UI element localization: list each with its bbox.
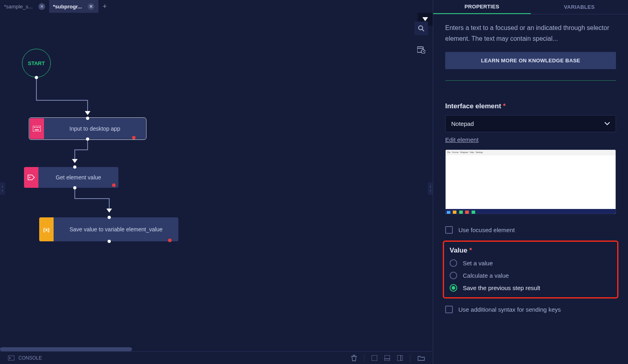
node-save-variable[interactable]: (x) Save value to variable element_value: [39, 217, 178, 241]
edge: [74, 149, 88, 150]
interface-element-select[interactable]: Notepad: [445, 115, 616, 132]
node-label: Input to desktop app: [44, 118, 146, 139]
add-tab-button[interactable]: +: [98, 0, 111, 13]
radio-save-previous[interactable]: Save the previous step result: [450, 284, 612, 292]
port-out[interactable]: [108, 240, 111, 243]
svg-rect-7: [33, 126, 41, 131]
tab-properties[interactable]: PROPERTIES: [433, 0, 531, 14]
canvas-area: ‹› ‹› START Input to desktop app: [0, 13, 433, 364]
node-label: Get element value: [38, 167, 118, 188]
select-value: Notepad: [451, 120, 474, 127]
properties-panel: PROPERTIES VARIABLES Enters a text to a …: [433, 0, 628, 364]
port-out[interactable]: [35, 76, 38, 79]
horizontal-scrollbar[interactable]: [0, 347, 132, 351]
close-icon[interactable]: ✕: [88, 3, 94, 10]
edge: [87, 100, 88, 112]
close-icon[interactable]: ✕: [38, 3, 45, 10]
preview-taskbar: [446, 209, 616, 214]
edge: [36, 100, 88, 101]
edge: [74, 198, 110, 199]
workflow-canvas[interactable]: START Input to desktop app Get element: [0, 13, 433, 364]
start-node[interactable]: START: [22, 49, 51, 78]
node-label: Save value to variable element_value: [54, 217, 178, 241]
svg-rect-10: [37, 127, 38, 128]
tab-subprogram[interactable]: *subprogr... ✕: [49, 0, 98, 13]
svg-rect-8: [34, 127, 35, 128]
trash-icon[interactable]: [351, 355, 357, 361]
layout-3-icon[interactable]: [397, 355, 403, 361]
tab-label: *subprogr...: [53, 4, 82, 10]
radio-icon: [450, 284, 457, 292]
start-label: START: [28, 60, 45, 66]
use-syntax-checkbox[interactable]: Use additional syntax for sending keys: [445, 306, 616, 313]
chevron-down-icon: [604, 122, 610, 125]
port-in[interactable]: [73, 165, 76, 169]
radio-icon: [450, 272, 457, 279]
divider: [445, 80, 616, 81]
console-toggle[interactable]: CONSOLE: [8, 355, 42, 361]
interface-element-label: Interface element *: [445, 102, 616, 110]
edit-element-link[interactable]: Edit element: [445, 136, 478, 143]
radio-label: Set a value: [463, 260, 493, 267]
arrow-icon: [72, 159, 78, 163]
radio-label: Calculate a value: [463, 272, 509, 279]
step-description: Enters a text to a focused or an indicat…: [445, 22, 616, 44]
value-section-highlighted: Value * Set a value Calculate a value Sa…: [443, 241, 618, 298]
checkbox-icon: [445, 306, 453, 313]
svg-rect-9: [36, 127, 36, 128]
edge: [36, 79, 37, 100]
checkbox-icon: [445, 226, 453, 234]
keyboard-icon: [30, 118, 44, 139]
port-out[interactable]: [86, 137, 89, 141]
svg-rect-16: [384, 355, 390, 361]
error-port[interactable]: [112, 183, 116, 187]
node-input-desktop[interactable]: Input to desktop app: [30, 118, 146, 139]
tab-variables[interactable]: VARIABLES: [531, 0, 628, 14]
preview-menubar: File Format Wrapped Help Settings: [446, 150, 616, 155]
console-label: CONSOLE: [18, 355, 42, 361]
edge: [87, 141, 88, 149]
tag-icon: [24, 167, 38, 188]
console-icon: [8, 356, 14, 360]
error-port[interactable]: [168, 239, 172, 242]
svg-rect-12: [35, 129, 39, 130]
port-in[interactable]: [86, 117, 89, 120]
panel-tabs: PROPERTIES VARIABLES: [433, 0, 628, 14]
arrow-icon: [85, 111, 90, 115]
port-in[interactable]: [108, 216, 111, 219]
svg-rect-14: [8, 356, 14, 360]
layout-2-icon[interactable]: [384, 355, 390, 361]
folder-icon[interactable]: [418, 355, 425, 361]
panel-body: Enters a text to a focused or an indicat…: [433, 14, 628, 364]
tab-sample[interactable]: *sample_s... ✕: [0, 0, 49, 13]
tab-label: *sample_s...: [4, 4, 33, 10]
radio-calculate-value[interactable]: Calculate a value: [450, 272, 612, 279]
edge: [74, 189, 75, 198]
value-label: Value *: [450, 247, 612, 255]
svg-rect-18: [397, 355, 403, 361]
radio-set-value[interactable]: Set a value: [450, 259, 612, 267]
svg-rect-11: [39, 127, 40, 128]
radio-icon: [450, 259, 457, 267]
error-port[interactable]: [132, 136, 136, 139]
learn-more-button[interactable]: LEARN MORE ON KNOWLEDGE BASE: [445, 52, 616, 69]
use-focused-checkbox[interactable]: Use focused element: [445, 226, 616, 234]
arrow-icon: [106, 209, 112, 213]
variable-icon: (x): [39, 217, 54, 241]
layout-1-icon[interactable]: [372, 355, 377, 361]
checkbox-label: Use focused element: [458, 227, 515, 233]
port-out[interactable]: [73, 186, 76, 189]
checkbox-label: Use additional syntax for sending keys: [458, 306, 561, 313]
svg-rect-15: [372, 355, 377, 361]
svg-point-13: [29, 177, 30, 178]
element-preview[interactable]: File Format Wrapped Help Settings: [445, 149, 616, 214]
edge: [109, 198, 110, 209]
node-get-value[interactable]: Get element value: [24, 167, 118, 188]
radio-label: Save the previous step result: [463, 284, 540, 291]
edge: [74, 149, 75, 160]
bottom-bar: CONSOLE: [0, 351, 433, 364]
